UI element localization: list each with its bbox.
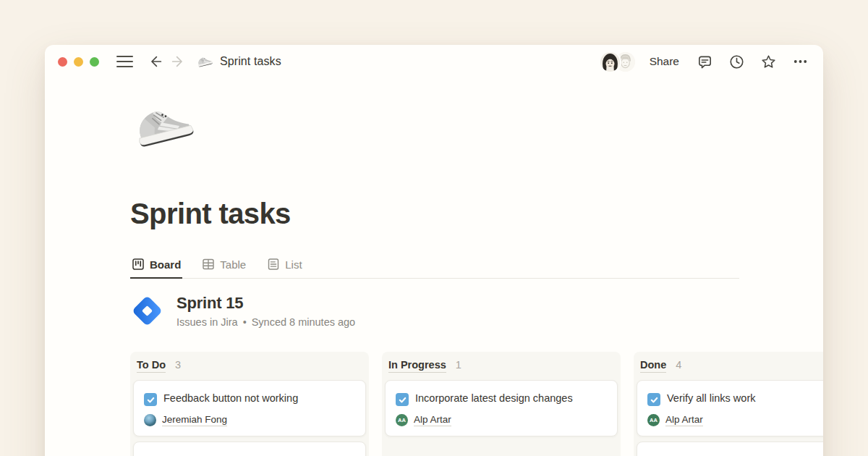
page-title[interactable]: Sprint tasks [130,195,823,232]
comment-icon[interactable] [697,54,713,70]
ellipsis-icon[interactable] [792,54,809,70]
db-source: Issues in Jira [176,316,238,328]
column-header: In Progress1 [385,355,618,380]
assignee-name[interactable]: Alp Artar [414,414,451,426]
page-icon-sneaker[interactable] [130,93,197,159]
board-card-partial[interactable] [133,442,366,456]
column-count: 4 [676,359,681,371]
linked-database-caption: Issues in Jira • Synced 8 minutes ago [176,316,355,328]
star-icon[interactable] [760,54,777,70]
card-title: Verify all links work [647,390,823,407]
sneaker-icon [196,53,213,70]
board-column: To Do3Feedback button not workingJeremia… [130,352,369,456]
column-count: 1 [456,359,461,371]
assignee-name[interactable]: Jeremiah Fong [162,414,227,426]
board-card-partial[interactable] [637,442,823,456]
share-button[interactable]: Share [650,55,679,68]
tab-table[interactable]: Table [200,253,247,278]
column-name[interactable]: To Do [137,359,166,373]
board-card[interactable]: Verify all links workAAAlp Artar [637,380,823,437]
assignee-avatar-photo [144,414,156,426]
card-title-text: Incorporate latest design changes [415,392,573,404]
collaborator-avatars [600,52,635,72]
menu-icon[interactable] [116,56,133,68]
column-count: 3 [175,359,181,371]
window-controls [58,57,99,67]
task-checkbox-checked[interactable] [396,393,409,406]
column-header: Done4 [637,355,823,380]
board-column: Done4Verify all links workAAAlp Artar [634,352,823,456]
db-separator: • [243,316,247,328]
task-checkbox-checked[interactable] [144,393,157,406]
assignee: AAAlp Artar [647,414,823,426]
assignee-name[interactable]: Alp Artar [665,414,703,426]
linked-database-titles: Sprint 15 Issues in Jira • Synced 8 minu… [176,294,355,328]
board-card[interactable]: Incorporate latest design changesAAAlp A… [385,380,618,437]
window-topbar: Sprint tasks [45,45,823,78]
linked-database-header: Sprint 15 Issues in Jira • Synced 8 minu… [130,294,823,328]
close-window-button[interactable] [58,57,67,67]
minimize-window-button[interactable] [74,57,83,67]
zoom-window-button[interactable] [90,57,99,67]
assignee: AAAlp Artar [396,414,607,426]
table-icon [202,258,215,271]
tab-list[interactable]: List [265,253,303,278]
card-title-text: Feedback button not working [163,392,298,404]
column-name[interactable]: Done [640,359,666,373]
avatar[interactable] [600,52,620,72]
jira-logo [130,294,164,328]
db-sync-status: Synced 8 minutes ago [252,316,355,328]
forward-arrow-icon[interactable] [170,54,186,69]
column-header: To Do3 [133,355,366,380]
board-icon [132,258,145,271]
assignee: Jeremiah Fong [144,414,355,426]
card-title: Feedback button not working [144,390,355,407]
board: To Do3Feedback button not workingJeremia… [130,352,823,456]
tab-board[interactable]: Board [130,253,182,279]
assignee-avatar-initials: AA [647,414,660,426]
linked-database-title[interactable]: Sprint 15 [176,294,355,313]
view-tabs: Board Table List [130,253,739,279]
back-arrow-icon[interactable] [148,54,163,69]
column-name[interactable]: In Progress [388,359,446,373]
app-window: Sprint tasks [45,45,823,456]
board-card[interactable]: Feedback button not workingJeremiah Fong [133,380,366,437]
board-column: In Progress1Incorporate latest design ch… [382,352,621,456]
card-title: Incorporate latest design changes [396,390,607,407]
list-icon [267,258,280,271]
clock-icon[interactable] [728,54,745,70]
card-title-text: Verify all links work [667,392,755,404]
page-content: Sprint tasks Board Table [45,93,823,456]
breadcrumb-page-title[interactable]: Sprint tasks [220,55,281,68]
task-checkbox-checked[interactable] [647,393,660,406]
assignee-avatar-initials: AA [396,414,408,426]
